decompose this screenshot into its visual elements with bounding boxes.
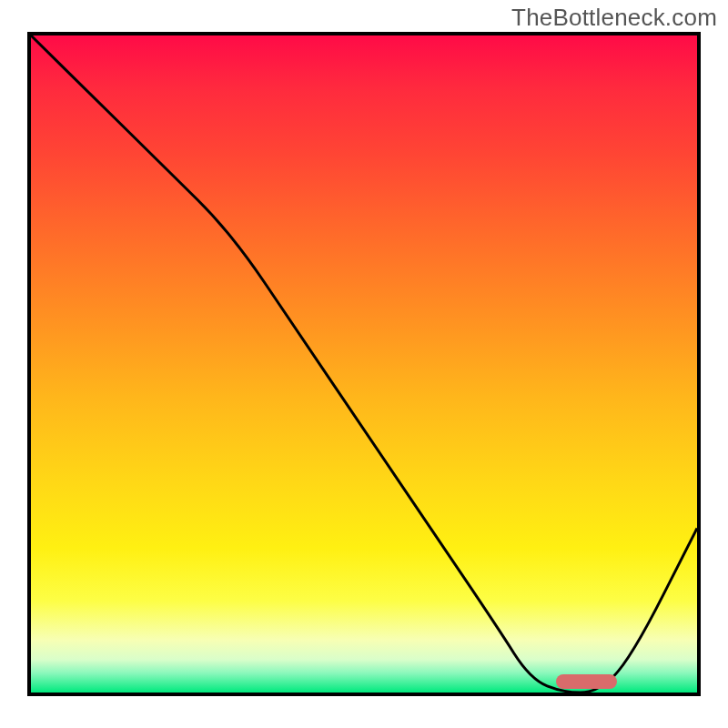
plot-area [27,32,701,696]
watermark-label: TheBottleneck.com [511,4,717,32]
chart-container: TheBottleneck.com [0,0,728,728]
optimum-range-marker [556,674,617,689]
bottleneck-curve [31,35,697,693]
